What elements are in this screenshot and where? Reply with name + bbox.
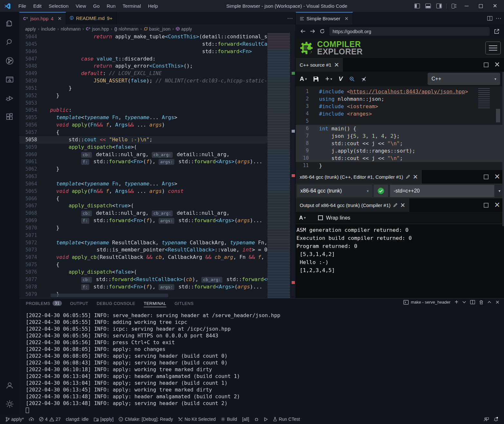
more-actions-icon[interactable]: ⋯ xyxy=(287,15,293,22)
new-terminal-icon[interactable]: + xyxy=(455,298,459,306)
tab-readme-md[interactable]: ⓘ README.md 9+ xyxy=(66,12,117,24)
font-size-button[interactable]: A▾ xyxy=(300,75,307,82)
toggle-secondary-sidebar-icon[interactable] xyxy=(434,2,444,10)
cmake-folder-item[interactable]: [apply] xyxy=(92,414,116,424)
rename-pane-icon[interactable] xyxy=(406,174,410,179)
wrap-lines-checkbox[interactable] xyxy=(318,215,323,220)
terminal-instance[interactable]: make - serve_header xyxy=(403,300,451,305)
save-icon[interactable] xyxy=(313,76,319,82)
breadcrumb-item[interactable]: apply xyxy=(25,26,36,32)
maximize-pane-icon[interactable] xyxy=(484,174,489,179)
reload-icon[interactable] xyxy=(320,29,325,34)
build-target-item[interactable]: [all] xyxy=(240,414,251,424)
kill-terminal-icon[interactable] xyxy=(479,300,483,305)
hamburger-menu-button[interactable] xyxy=(485,42,501,54)
extensions-icon[interactable] xyxy=(2,108,17,125)
clangd-status-item[interactable]: clangd: idle xyxy=(63,414,91,424)
customize-layout-icon[interactable] xyxy=(449,2,459,10)
breadcrumb-item[interactable]: basic_json xyxy=(149,26,170,32)
cmake-status-item[interactable]: CMake: [Debug]: Ready xyxy=(116,414,175,424)
maximize-pane-icon[interactable] xyxy=(484,203,489,208)
live-preview-icon[interactable] xyxy=(2,71,17,88)
minimap[interactable] xyxy=(267,33,290,298)
forward-icon[interactable] xyxy=(310,29,315,33)
feedback-icon[interactable] xyxy=(481,417,491,422)
debug-item[interactable] xyxy=(252,414,261,424)
language-select[interactable]: C++▾ xyxy=(428,73,500,85)
problems-item[interactable]: 4 27 xyxy=(37,414,63,424)
close-window-button[interactable]: ✕ xyxy=(489,1,501,11)
code-editor[interactable]: 5044 return apply_make_tuple<ConstThis>(… xyxy=(19,33,296,298)
tab-json-hpp[interactable]: C⁺ json.hpp 4 ✕ xyxy=(19,12,66,24)
toggle-sidebar-icon[interactable] xyxy=(412,2,422,10)
split-editor-icon[interactable] xyxy=(487,16,492,21)
panel-tab[interactable]: OUTPUT xyxy=(70,301,88,306)
close-tab-icon[interactable]: ✕ xyxy=(344,16,349,22)
godbolt-scrollbar[interactable] xyxy=(496,109,500,122)
explorer-icon[interactable] xyxy=(2,15,17,32)
menu-file[interactable]: File xyxy=(15,3,30,9)
open-external-icon[interactable] xyxy=(494,29,499,34)
breadcrumb-item[interactable]: nlohmann xyxy=(61,26,81,32)
maximize-button[interactable] xyxy=(474,1,487,11)
split-terminal-icon[interactable] xyxy=(470,300,475,304)
close-pane-icon[interactable]: ✕ xyxy=(334,61,339,69)
panel-tab[interactable]: TERMINAL xyxy=(144,301,166,307)
panel-tab[interactable]: DEBUG CONSOLE xyxy=(97,301,135,306)
close-pane-icon[interactable]: ✕ xyxy=(494,201,500,209)
accounts-icon[interactable] xyxy=(2,377,17,394)
vim-mode-icon[interactable]: V xyxy=(339,75,343,82)
output-pane-tab[interactable]: Output of x86-64 gcc (trunk) (Compiler #… xyxy=(296,198,409,212)
publish-icon[interactable] xyxy=(27,414,36,424)
panel-tab[interactable]: PROBLEMS31 xyxy=(26,301,62,306)
panel-tab[interactable]: GITLENS xyxy=(175,301,194,306)
close-pane-icon[interactable]: ✕ xyxy=(400,202,405,209)
close-pane-icon[interactable]: ✕ xyxy=(494,173,500,181)
font-size-button[interactable]: A▾ xyxy=(299,215,306,221)
rename-pane-icon[interactable] xyxy=(393,203,398,207)
options-dropdown-icon[interactable]: ▾ xyxy=(496,189,503,193)
close-tab-icon[interactable]: ✕ xyxy=(58,16,62,22)
compiler-options-input[interactable]: -std=c++20 xyxy=(390,185,494,197)
search-icon[interactable] xyxy=(2,34,17,51)
source-pane-tab[interactable]: C++ source #1 ✕ xyxy=(296,58,343,71)
maximize-pane-icon[interactable] xyxy=(484,62,489,67)
breadcrumb-item[interactable]: include xyxy=(41,26,55,32)
source-control-icon[interactable] xyxy=(2,52,17,69)
ctest-item[interactable]: Run CTest xyxy=(271,414,302,424)
build-item[interactable]: Build xyxy=(218,414,239,424)
breadcrumb-item[interactable]: apply xyxy=(181,26,192,32)
terminal[interactable]: [2022-04-30 06:05:55] INFO: serve_header… xyxy=(19,308,504,414)
menu-view[interactable]: View xyxy=(72,3,90,9)
back-icon[interactable] xyxy=(300,29,305,33)
menu-edit[interactable]: Edit xyxy=(30,3,45,9)
tool-icon[interactable] xyxy=(361,76,367,82)
toggle-panel-icon[interactable] xyxy=(423,2,433,10)
menu-help[interactable]: Help xyxy=(144,3,161,9)
tab-simple-browser[interactable]: Simple Browser ✕ xyxy=(296,12,353,24)
breadcrumb-item[interactable]: json.hpp xyxy=(92,26,109,32)
zoom-icon[interactable] xyxy=(349,76,355,82)
horizontal-scrollbar[interactable] xyxy=(51,294,168,297)
more-actions-icon[interactable]: ⋯ xyxy=(496,15,501,22)
url-input[interactable]: https://godbolt.org xyxy=(329,27,489,36)
menu-run[interactable]: Run xyxy=(103,3,119,9)
close-panel-icon[interactable]: ✕ xyxy=(495,299,499,305)
compiler-pane-tab[interactable]: x86-64 gcc (trunk) (C++, Editor #1, Comp… xyxy=(296,170,422,184)
compiler-select[interactable]: x86-64 gcc (trunk)▾ xyxy=(297,185,372,197)
launch-item[interactable] xyxy=(262,414,270,424)
menu-go[interactable]: Go xyxy=(90,3,103,9)
settings-gear-icon[interactable] xyxy=(2,396,17,412)
minimize-button[interactable]: ─ xyxy=(460,1,473,11)
run-debug-icon[interactable] xyxy=(2,90,17,107)
maximize-panel-icon[interactable] xyxy=(488,301,491,303)
menu-selection[interactable]: Selection xyxy=(45,3,72,9)
close-pane-icon[interactable]: ✕ xyxy=(413,173,418,181)
terminal-dropdown-icon[interactable] xyxy=(462,301,466,303)
menu-terminal[interactable]: Terminal xyxy=(119,3,145,9)
close-pane-icon[interactable]: ✕ xyxy=(494,61,500,69)
breadcrumb-item[interactable]: nlohmann xyxy=(119,26,139,32)
kit-item[interactable]: No Kit Selected xyxy=(176,414,218,424)
git-branch-item[interactable]: apply* xyxy=(3,414,26,424)
godbolt-editor[interactable]: 1#include <https://localhost:8443/apply/… xyxy=(296,86,504,170)
